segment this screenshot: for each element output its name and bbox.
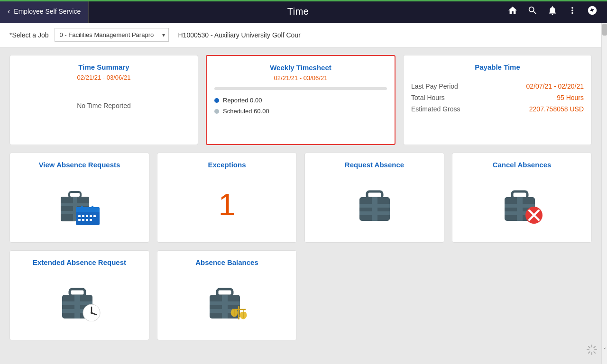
view-absence-icon xyxy=(56,183,103,226)
svg-rect-20 xyxy=(367,191,382,198)
extended-absence-icon xyxy=(58,283,101,321)
request-absence-card[interactable]: Request Absence xyxy=(304,153,444,243)
last-pay-label: Last Pay Period xyxy=(411,82,458,90)
svg-rect-16 xyxy=(90,219,92,221)
header: ‹ Employee Self Service Time xyxy=(0,0,607,23)
request-absence-icon-area xyxy=(356,178,394,231)
header-accent xyxy=(0,0,607,1)
payable-time-card[interactable]: Payable Time Last Pay Period 02/07/21 - … xyxy=(403,55,592,145)
view-absence-title: View Absence Requests xyxy=(39,161,120,169)
svg-rect-10 xyxy=(86,215,88,217)
extended-absence-title: Extended Absence Request xyxy=(33,258,126,266)
bottom-cards-row: View Absence Requests xyxy=(9,153,592,243)
svg-rect-14 xyxy=(82,219,84,221)
svg-rect-28 xyxy=(517,197,523,221)
content-area: *Select a Job 0 - Facilities Management … xyxy=(0,23,601,348)
absence-balances-card[interactable]: Absence Balances xyxy=(157,250,297,340)
svg-rect-33 xyxy=(70,289,85,296)
time-summary-card[interactable]: Time Summary 02/21/21 - 03/06/21 No Time… xyxy=(9,55,198,145)
svg-rect-7 xyxy=(76,210,100,212)
svg-rect-36 xyxy=(74,295,80,318)
reported-legend: Reported 0.00 xyxy=(214,97,387,104)
svg-rect-15 xyxy=(86,219,88,221)
estimated-gross-row: Estimated Gross 2207.758058 USD xyxy=(411,105,584,113)
third-cards-row: Extended Absence Request xyxy=(9,250,592,340)
back-label: Employee Self Service xyxy=(14,8,81,15)
cancel-absences-icon-area xyxy=(501,178,543,231)
scrollbar[interactable]: ⌄ xyxy=(601,23,607,364)
svg-rect-43 xyxy=(217,289,232,296)
back-arrow-icon: ‹ xyxy=(8,7,10,16)
svg-rect-12 xyxy=(93,215,96,217)
scrollbar-thumb[interactable] xyxy=(602,24,607,36)
request-absence-title: Request Absence xyxy=(345,161,404,169)
time-summary-title: Time Summary xyxy=(18,63,190,71)
view-absence-icon-area xyxy=(56,178,103,231)
total-hours-row: Total Hours 95 Hours xyxy=(411,94,584,101)
svg-rect-13 xyxy=(78,219,81,221)
reported-dot xyxy=(214,98,219,103)
page-wrapper: ‹ Employee Self Service Time *Select xyxy=(0,0,607,364)
svg-rect-23 xyxy=(372,197,377,221)
weekly-timesheet-card[interactable]: Weekly Timesheet 02/21/21 - 03/06/21 Rep… xyxy=(206,55,395,145)
cancel-absences-title: Cancel Absences xyxy=(493,161,552,169)
cancel-absences-icon xyxy=(501,186,543,224)
page-title: Time xyxy=(89,6,507,17)
view-absence-card[interactable]: View Absence Requests xyxy=(9,153,149,243)
scheduled-dot xyxy=(214,109,219,114)
exception-count: 1 xyxy=(219,190,236,220)
absence-balances-title: Absence Balances xyxy=(195,258,258,266)
extended-absence-card[interactable]: Extended Absence Request xyxy=(9,250,149,340)
absence-balances-icon xyxy=(206,283,248,321)
job-select[interactable]: 0 - Facilities Management Parapro xyxy=(55,28,169,42)
extended-absence-icon-area xyxy=(58,276,101,328)
svg-point-41 xyxy=(91,312,92,314)
job-select-wrapper[interactable]: 0 - Facilities Management Parapro xyxy=(55,28,169,42)
job-info: H1000530 - Auxiliary University Golf Cou… xyxy=(178,31,301,39)
exceptions-card[interactable]: Exceptions 1 xyxy=(157,153,297,243)
time-summary-content: No Time Reported xyxy=(18,87,190,109)
svg-rect-46 xyxy=(222,295,228,318)
svg-rect-17 xyxy=(81,206,83,209)
reported-label: Reported 0.00 xyxy=(223,97,262,104)
cancel-absences-card[interactable]: Cancel Absences xyxy=(452,153,592,243)
payable-time-title: Payable Time xyxy=(411,63,584,71)
loading-spinner xyxy=(586,344,598,358)
scroll-down-arrow[interactable]: ⌄ xyxy=(602,345,607,350)
request-absence-icon xyxy=(356,186,394,224)
estimated-gross-label: Estimated Gross xyxy=(411,105,460,113)
total-hours-label: Total Hours xyxy=(411,94,445,101)
bell-icon[interactable] xyxy=(547,5,558,18)
svg-rect-11 xyxy=(90,215,92,217)
back-button[interactable]: ‹ Employee Self Service xyxy=(0,0,89,23)
more-icon[interactable] xyxy=(567,5,578,18)
progress-bar-container xyxy=(214,87,387,90)
svg-rect-9 xyxy=(82,215,84,217)
svg-rect-25 xyxy=(512,191,527,198)
scheduled-legend: Scheduled 60.00 xyxy=(214,108,387,115)
absence-balances-icon-area xyxy=(206,276,248,328)
home-icon[interactable] xyxy=(507,5,518,18)
svg-rect-18 xyxy=(92,206,93,209)
weekly-timesheet-dates: 02/21/21 - 03/06/21 xyxy=(214,74,387,82)
total-hours-value: 95 Hours xyxy=(557,94,584,101)
search-icon[interactable] xyxy=(527,5,538,18)
job-bar: *Select a Job 0 - Facilities Management … xyxy=(0,23,601,47)
exceptions-icon-area: 1 xyxy=(219,178,236,231)
time-summary-dates: 02/21/21 - 03/06/21 xyxy=(18,74,190,81)
weekly-timesheet-title: Weekly Timesheet xyxy=(214,64,387,72)
last-pay-row: Last Pay Period 02/07/21 - 02/20/21 xyxy=(411,82,584,90)
top-cards-row: Time Summary 02/21/21 - 03/06/21 No Time… xyxy=(9,55,592,145)
estimated-gross-value: 2207.758058 USD xyxy=(529,105,584,113)
main-content: Time Summary 02/21/21 - 03/06/21 No Time… xyxy=(0,47,601,348)
svg-rect-47 xyxy=(238,306,239,319)
last-pay-value: 02/07/21 - 02/20/21 xyxy=(526,82,584,90)
select-job-label: *Select a Job xyxy=(9,31,49,39)
no-time-label: No Time Reported xyxy=(77,102,131,109)
svg-rect-8 xyxy=(78,215,81,217)
block-icon[interactable] xyxy=(587,5,598,18)
scheduled-label: Scheduled 60.00 xyxy=(223,108,269,115)
header-icons xyxy=(507,5,607,18)
exceptions-title: Exceptions xyxy=(208,161,246,169)
